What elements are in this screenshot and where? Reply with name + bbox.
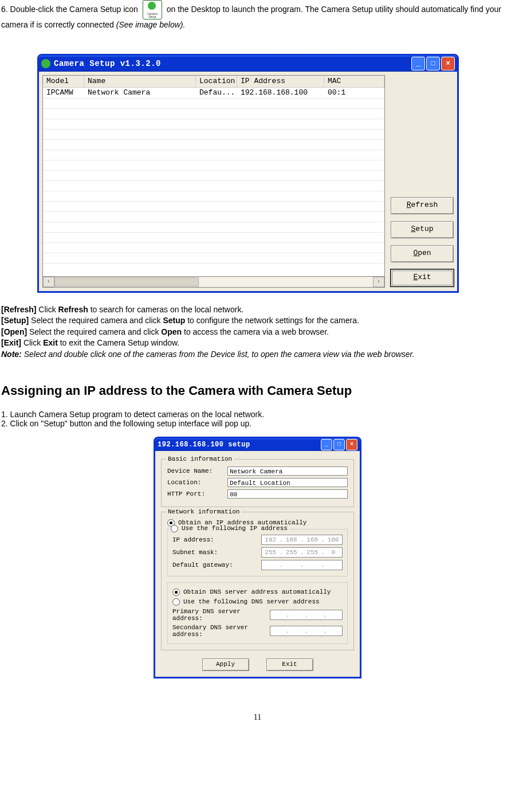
app-icon xyxy=(41,59,50,68)
maximize-button[interactable]: □ xyxy=(333,439,345,450)
apply-button[interactable]: Apply xyxy=(202,658,249,671)
ip-address-label: IP address: xyxy=(172,536,261,543)
http-port-input[interactable]: 80 xyxy=(227,489,348,499)
subnet-mask-label: Subnet mask: xyxy=(172,549,261,556)
setup-button[interactable]: Setup xyxy=(391,221,454,238)
basic-legend: Basic information xyxy=(166,456,234,462)
intro-text-1: 6. Double-click the Camera Setup icon xyxy=(1,5,140,14)
subnet-mask-input[interactable]: 255. 255. 255. 0 xyxy=(261,547,343,558)
cell-location: Defau... xyxy=(196,88,237,98)
page-number: 11 xyxy=(1,713,514,728)
scroll-right-arrow[interactable]: › xyxy=(373,277,384,287)
refresh-button[interactable]: Refresh xyxy=(391,197,454,214)
col-location[interactable]: Location xyxy=(196,76,237,87)
network-legend: Network information xyxy=(166,508,241,515)
minimize-button[interactable]: _ xyxy=(321,439,332,450)
radio-ip-manual-label: Use the following IP address xyxy=(182,525,288,532)
step-1: 1. Launch Camera Setup program to detect… xyxy=(1,410,514,419)
titlebar: Camera Setup v1.3.2.0 _ □ × xyxy=(39,56,457,72)
cell-mac: 00:1 xyxy=(324,88,384,98)
desc-open-label: [Open] xyxy=(1,327,27,336)
radio-dns-auto-label: Obtain DNS server address automatically xyxy=(183,589,331,595)
window-title: Camera Setup v1.3.2.0 xyxy=(54,59,411,68)
camera-setup-desktop-icon xyxy=(143,0,162,19)
ip-address-input[interactable]: 192. 168. 168. 100 xyxy=(261,535,343,545)
section-heading: Assigning an IP address to the Camera wi… xyxy=(1,383,514,398)
intro-text-italic: (See image below). xyxy=(116,20,186,29)
primary-dns-label: Primary DNS server address: xyxy=(172,608,270,622)
location-label: Location: xyxy=(167,479,227,486)
radio-dns-auto[interactable] xyxy=(172,589,180,596)
desc-note-label: Note: xyxy=(1,350,22,359)
network-info-group: Network information Obtain an IP address… xyxy=(161,512,354,650)
cell-ip: 192.168.168.100 xyxy=(237,88,324,98)
close-button[interactable]: × xyxy=(346,439,357,450)
desc-exit-label: [Exit] xyxy=(1,338,21,347)
maximize-button[interactable]: □ xyxy=(426,57,440,70)
col-name[interactable]: Name xyxy=(84,76,196,87)
basic-info-group: Basic information Device Name: Network C… xyxy=(161,459,354,507)
step-2: 2. Click on "Setup" button and the follo… xyxy=(1,419,514,428)
gateway-label: Default gateway: xyxy=(172,562,261,568)
minimize-button[interactable]: _ xyxy=(411,57,425,70)
http-port-label: HTTP Port: xyxy=(167,491,227,497)
exit-button[interactable]: Exit xyxy=(266,658,313,671)
radio-dns-manual-label: Use the following DNS server address xyxy=(183,598,320,605)
col-model[interactable]: Model xyxy=(43,76,84,87)
radio-dns-manual[interactable] xyxy=(172,598,180,606)
horizontal-scrollbar[interactable]: ‹ › xyxy=(42,277,385,288)
col-mac[interactable]: MAC xyxy=(324,76,384,87)
radio-ip-manual[interactable] xyxy=(171,525,178,532)
setup-titlebar: 192.168.168.100 setup _ □ × xyxy=(155,438,360,451)
location-input[interactable]: Default Location xyxy=(227,478,348,487)
camera-setup-window: Camera Setup v1.3.2.0 _ □ × Model Name L… xyxy=(37,54,459,293)
gateway-input[interactable]: ... xyxy=(261,560,343,570)
desc-setup-label: [Setup] xyxy=(1,316,29,325)
cell-name: Network Camera xyxy=(84,88,196,98)
scroll-left-arrow[interactable]: ‹ xyxy=(43,277,54,287)
intro-paragraph: 6. Double-click the Camera Setup icon on… xyxy=(1,0,514,31)
close-button[interactable]: × xyxy=(441,57,455,70)
table-row[interactable]: IPCAMW Network Camera Defau... 192.168.1… xyxy=(43,88,384,98)
device-name-label: Device Name: xyxy=(167,468,227,474)
exit-button[interactable]: Exit xyxy=(391,269,454,287)
secondary-dns-label: Secondary DNS server address: xyxy=(172,624,270,638)
setup-dialog-window: 192.168.168.100 setup _ □ × Basic inform… xyxy=(154,437,361,678)
setup-window-title: 192.168.168.100 setup xyxy=(158,441,321,449)
camera-table[interactable]: Model Name Location IP Address MAC IPCAM… xyxy=(42,75,385,277)
secondary-dns-input[interactable]: ... xyxy=(270,626,343,636)
scroll-thumb[interactable] xyxy=(54,277,199,287)
open-button[interactable]: Open xyxy=(391,245,454,262)
col-ip[interactable]: IP Address xyxy=(237,76,324,87)
cell-model: IPCAMW xyxy=(43,88,84,98)
button-descriptions: [Refresh] Click Refresh to search for ca… xyxy=(1,304,514,360)
primary-dns-input[interactable]: ... xyxy=(270,610,343,620)
desc-refresh-label: [Refresh] xyxy=(1,305,36,314)
device-name-input[interactable]: Network Camera xyxy=(227,466,348,476)
